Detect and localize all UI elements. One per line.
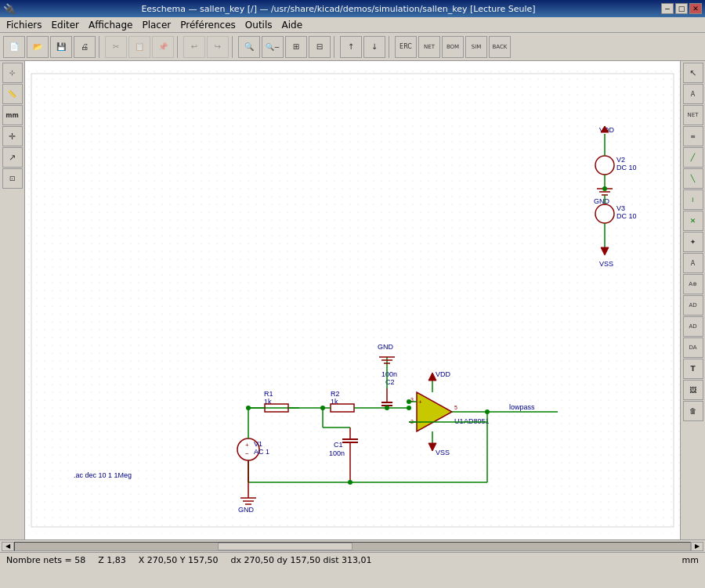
svg-text:V1: V1 bbox=[254, 440, 262, 448]
rt-text[interactable]: T bbox=[683, 359, 703, 379]
schematic-canvas-area[interactable]: V2 DC 10 VDD GND V3 DC 10 V bbox=[25, 61, 680, 539]
tb-sep3 bbox=[232, 36, 235, 58]
svg-text:GND: GND bbox=[594, 197, 610, 205]
svg-point-76 bbox=[485, 409, 490, 414]
scroll-thumb[interactable] bbox=[218, 543, 352, 550]
menu-preferences[interactable]: Préférences bbox=[175, 18, 240, 32]
svg-text:GND: GND bbox=[238, 506, 255, 514]
maximize-button[interactable]: □ bbox=[675, 3, 688, 14]
rt-image[interactable]: 🖼 bbox=[683, 380, 703, 400]
tb-sep5 bbox=[389, 36, 392, 58]
rt-da[interactable]: DA bbox=[683, 337, 703, 358]
tb-tool1[interactable]: ERC bbox=[395, 36, 417, 58]
tb-sep4 bbox=[334, 36, 337, 58]
tb-copy[interactable]: 📋 bbox=[128, 36, 150, 58]
tb-zoom-sel[interactable]: ⊟ bbox=[309, 36, 331, 58]
horizontal-scrollbar: ◀ ▶ bbox=[0, 539, 705, 552]
tb-save[interactable]: 💾 bbox=[50, 36, 72, 58]
rt-field[interactable]: A⊕ bbox=[683, 274, 703, 294]
menu-affichage[interactable]: Affichage bbox=[84, 18, 137, 32]
svg-point-54 bbox=[385, 406, 389, 410]
menubar: Fichiers Editer Affichage Placer Préfére… bbox=[0, 17, 705, 33]
svg-text:5: 5 bbox=[454, 405, 457, 410]
svg-rect-2 bbox=[25, 67, 680, 533]
rt-line2[interactable]: ≀ bbox=[683, 189, 703, 210]
svg-text:R2: R2 bbox=[331, 390, 340, 398]
main-toolbar: 📄 📂 💾 🖨 ✂ 📋 📌 ↩ ↪ 🔍 🔍− ⊞ ⊟ ↑ ↓ ERC NET B… bbox=[0, 33, 705, 61]
svg-text:R1: R1 bbox=[264, 390, 273, 398]
menu-outils[interactable]: Outils bbox=[240, 18, 277, 32]
lt-mm[interactable]: mm bbox=[2, 105, 23, 125]
svg-text:U1: U1 bbox=[454, 417, 464, 425]
tb-tool3[interactable]: BOM bbox=[442, 36, 464, 58]
svg-text:VSS: VSS bbox=[599, 260, 613, 268]
rt-bus[interactable]: ≡ bbox=[683, 126, 703, 146]
right-toolbar: ↖ A NET ≡ ╱ ╲ ≀ ✕ ✦ A A⊕ AD AD DA T 🖼 🗑 bbox=[680, 61, 705, 539]
svg-text:+: + bbox=[245, 442, 249, 449]
tb-zoom-out[interactable]: 🔍− bbox=[262, 36, 284, 58]
svg-text:+: + bbox=[418, 399, 422, 406]
svg-text:DC 10: DC 10 bbox=[616, 164, 637, 171]
scroll-left-arrow[interactable]: ◀ bbox=[2, 542, 14, 551]
rt-label[interactable]: A bbox=[683, 84, 703, 104]
svg-text:lowpass: lowpass bbox=[509, 403, 535, 411]
lt-select[interactable]: ⊹ bbox=[2, 63, 23, 83]
status-zoom: Z 1,83 bbox=[98, 555, 126, 565]
tb-cut[interactable]: ✂ bbox=[105, 36, 127, 58]
app-icon: 🔌 bbox=[3, 3, 16, 15]
tb-tool4[interactable]: SIM bbox=[465, 36, 487, 58]
lt-cursor[interactable]: ✛ bbox=[2, 126, 23, 146]
tb-open[interactable]: 📂 bbox=[27, 36, 49, 58]
svg-text:V2: V2 bbox=[616, 156, 625, 164]
tb-sep2 bbox=[177, 36, 180, 58]
tb-paste[interactable]: 📌 bbox=[152, 36, 174, 58]
scroll-track[interactable] bbox=[14, 542, 691, 551]
minimize-button[interactable]: − bbox=[661, 3, 674, 14]
rt-ad2[interactable]: AD bbox=[683, 316, 703, 337]
scroll-right-arrow[interactable]: ▶ bbox=[691, 542, 703, 551]
rt-select[interactable]: ↖ bbox=[683, 63, 703, 83]
titlebar: 🔌 Eeschema — sallen_key [/] — /usr/share… bbox=[0, 0, 705, 17]
rt-noconn[interactable]: ✦ bbox=[683, 232, 703, 252]
svg-point-42 bbox=[407, 406, 411, 410]
rt-ad[interactable]: AD bbox=[683, 295, 703, 316]
svg-text:GND: GND bbox=[378, 343, 394, 351]
tb-tool2[interactable]: NET bbox=[418, 36, 440, 58]
menu-aide[interactable]: Aide bbox=[277, 18, 308, 32]
tb-zoom-in[interactable]: 🔍 bbox=[238, 36, 260, 58]
tb-undo[interactable]: ↩ bbox=[183, 36, 205, 58]
menu-placer[interactable]: Placer bbox=[137, 18, 175, 32]
tb-redo[interactable]: ↪ bbox=[207, 36, 229, 58]
rt-junction[interactable]: ✕ bbox=[683, 211, 703, 231]
rt-line1[interactable]: ╲ bbox=[683, 168, 703, 189]
menu-editer[interactable]: Editer bbox=[46, 18, 84, 32]
tb-print[interactable]: 🖨 bbox=[74, 36, 96, 58]
tb-new[interactable]: 📄 bbox=[3, 36, 25, 58]
svg-text:AD8051: AD8051 bbox=[464, 417, 490, 425]
rt-delete[interactable]: 🗑 bbox=[683, 401, 703, 421]
window-controls: − □ ✕ bbox=[661, 3, 702, 14]
tb-tool5[interactable]: BACK bbox=[489, 36, 511, 58]
left-toolbar: ⊹ 📏 mm ✛ ↗ ⊡ bbox=[0, 61, 25, 539]
menu-fichiers[interactable]: Fichiers bbox=[2, 18, 46, 32]
svg-point-22 bbox=[602, 186, 607, 191]
svg-text:VDD: VDD bbox=[436, 370, 451, 378]
lt-hier[interactable]: ⊡ bbox=[2, 168, 23, 189]
tb-hier1[interactable]: ↑ bbox=[340, 36, 362, 58]
rt-place[interactable]: A bbox=[683, 253, 703, 273]
svg-text:−: − bbox=[245, 450, 249, 457]
svg-text:.ac dec 10 1 1Meg: .ac dec 10 1 1Meg bbox=[74, 471, 132, 479]
svg-text:V3: V3 bbox=[616, 204, 625, 212]
close-button[interactable]: ✕ bbox=[689, 3, 702, 14]
svg-text:VSS: VSS bbox=[436, 449, 450, 456]
svg-point-73 bbox=[407, 399, 411, 404]
tb-zoom-fit[interactable]: ⊞ bbox=[285, 36, 307, 58]
lt-arrow[interactable]: ↗ bbox=[2, 147, 23, 168]
status-nets: Nombre nets = 58 bbox=[6, 555, 85, 565]
lt-ruler[interactable]: 📏 bbox=[2, 84, 23, 104]
rt-wire[interactable]: ╱ bbox=[683, 147, 703, 168]
status-delta: dx 270,50 dy 157,50 dist 313,01 bbox=[230, 555, 371, 565]
rt-netlabel[interactable]: NET bbox=[683, 105, 703, 125]
statusbar: Nombre nets = 58 Z 1,83 X 270,50 Y 157,5… bbox=[0, 552, 705, 568]
tb-hier2[interactable]: ↓ bbox=[363, 36, 385, 58]
